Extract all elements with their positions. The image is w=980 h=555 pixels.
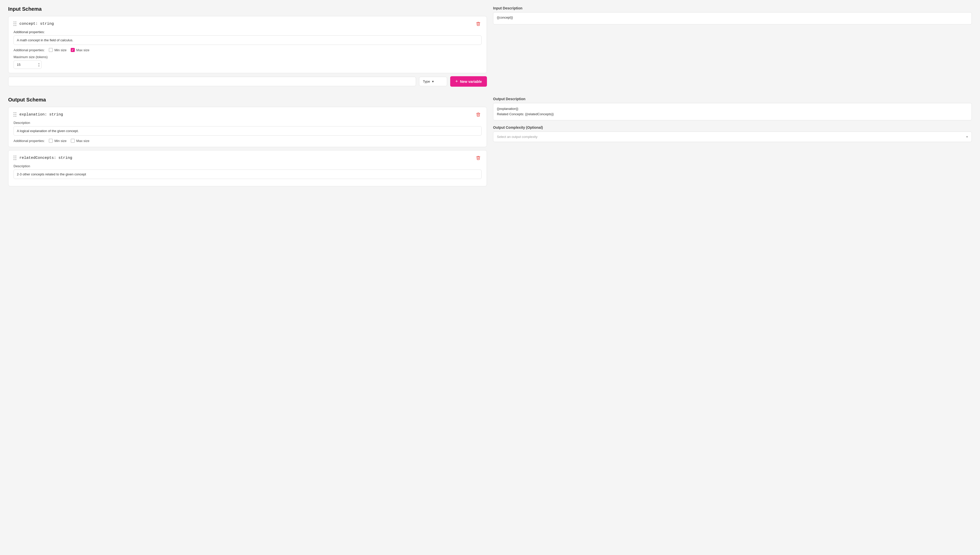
add-variable-row-input: Type ▾ + New variable bbox=[8, 76, 487, 87]
delete-related-concepts-button[interactable] bbox=[475, 154, 481, 161]
drag-handle-concept[interactable] bbox=[13, 21, 16, 26]
description-label-explanation: Description bbox=[13, 121, 481, 125]
min-size-checkbox-explanation[interactable]: Min size bbox=[49, 139, 67, 143]
output-description-value: {{explanation}} Related Concepts: {{rela… bbox=[493, 103, 972, 120]
description-label-concept: Additional properties: bbox=[13, 30, 481, 34]
plus-icon: + bbox=[455, 79, 458, 84]
max-size-checkbox-box-concept[interactable] bbox=[71, 48, 75, 52]
type-select-dropdown[interactable]: Type ▾ bbox=[419, 77, 447, 86]
type-select-chevron: ▾ bbox=[432, 80, 434, 83]
input-description-title: Input Description bbox=[493, 6, 972, 10]
output-desc-line1: {{explanation}} bbox=[497, 106, 968, 112]
output-variable-card-explanation: explanation: string Description bbox=[8, 107, 487, 147]
min-size-label-concept: Min size bbox=[54, 48, 67, 52]
complexity-placeholder: Select an output complexity bbox=[497, 135, 537, 139]
delete-explanation-button[interactable] bbox=[475, 111, 481, 118]
description-input-related-concepts[interactable] bbox=[13, 170, 481, 179]
max-size-input-wrapper: ▲ ▼ bbox=[13, 61, 42, 69]
number-spinners-concept: ▲ ▼ bbox=[38, 62, 40, 67]
card-header-left: concept: string bbox=[13, 21, 54, 26]
description-label-related-concepts: Description bbox=[13, 164, 481, 168]
variable-name-explanation: explanation: string bbox=[19, 112, 63, 117]
card-header-related-concepts: relatedConcepts: string bbox=[13, 154, 481, 161]
output-schema-title: Output Schema bbox=[8, 97, 487, 103]
new-variable-name-input[interactable] bbox=[8, 77, 416, 86]
output-description-title: Output Description bbox=[493, 97, 972, 101]
card-header-concept: concept: string bbox=[13, 21, 481, 27]
max-size-section-concept: Maximum size (tokens) ▲ ▼ bbox=[13, 55, 481, 69]
card-header-left-explanation: explanation: string bbox=[13, 112, 63, 117]
card-header-explanation: explanation: string bbox=[13, 111, 481, 118]
output-variable-card-related-concepts: relatedConcepts: string Description bbox=[8, 150, 487, 186]
description-input-explanation[interactable] bbox=[13, 126, 481, 136]
min-size-label-explanation: Min size bbox=[54, 139, 67, 143]
additional-props-row-explanation: Additional properties: Min size Max size bbox=[13, 139, 481, 143]
type-select-label: Type bbox=[423, 80, 430, 83]
max-size-tokens-label: Maximum size (tokens) bbox=[13, 55, 481, 59]
additional-props-row-concept: Additional properties: Min size Max size bbox=[13, 48, 481, 52]
input-schema-title: Input Schema bbox=[8, 6, 487, 12]
additional-props-label-concept: Additional properties: bbox=[13, 48, 45, 52]
output-complexity-select[interactable]: Select an output complexity ▾ bbox=[493, 132, 972, 142]
max-size-checkbox-explanation[interactable]: Max size bbox=[71, 139, 89, 143]
min-size-checkbox-box-concept[interactable] bbox=[49, 48, 53, 52]
new-variable-label: New variable bbox=[460, 80, 482, 83]
output-desc-line2: Related Concepts: {{relatedConcepts}} bbox=[497, 112, 968, 117]
min-size-checkbox-concept[interactable]: Min size bbox=[49, 48, 67, 52]
min-size-checkbox-box-explanation[interactable] bbox=[49, 139, 53, 143]
delete-concept-button[interactable] bbox=[475, 21, 481, 27]
max-size-checkbox-box-explanation[interactable] bbox=[71, 139, 75, 143]
max-size-label-explanation: Max size bbox=[76, 139, 89, 143]
variable-name-related-concepts: relatedConcepts: string bbox=[19, 156, 72, 160]
max-size-input-concept[interactable] bbox=[13, 61, 42, 69]
drag-handle-explanation[interactable] bbox=[13, 112, 16, 117]
spinner-down-concept[interactable]: ▼ bbox=[38, 65, 40, 67]
card-header-left-related-concepts: relatedConcepts: string bbox=[13, 156, 72, 160]
input-description-value: {{concept}} bbox=[493, 12, 972, 24]
output-complexity-section: Output Complexity (Optional) Select an o… bbox=[493, 125, 972, 142]
description-input-concept[interactable] bbox=[13, 35, 481, 45]
drag-handle-related-concepts[interactable] bbox=[13, 156, 16, 160]
input-variable-card-concept: concept: string Additional properties: bbox=[8, 16, 487, 73]
complexity-chevron-icon: ▾ bbox=[966, 135, 968, 139]
variable-name-concept: concept: string bbox=[19, 22, 54, 26]
new-variable-button[interactable]: + New variable bbox=[450, 76, 487, 87]
max-size-label-concept: Max size bbox=[76, 48, 89, 52]
max-size-checkbox-concept[interactable]: Max size bbox=[71, 48, 89, 52]
additional-props-label-explanation: Additional properties: bbox=[13, 139, 45, 143]
output-complexity-title: Output Complexity (Optional) bbox=[493, 125, 972, 130]
spinner-up-concept[interactable]: ▲ bbox=[38, 62, 40, 64]
